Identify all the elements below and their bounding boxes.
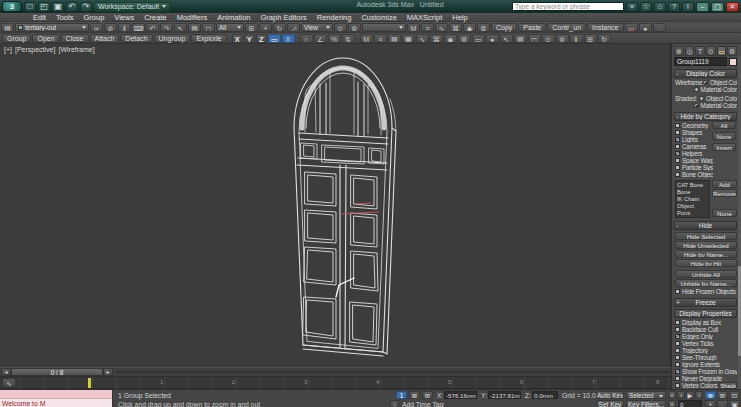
- material-editor-icon[interactable]: ◉: [463, 23, 476, 32]
- curve-editor-icon[interactable]: ∿: [435, 23, 448, 32]
- y-coordinate-field[interactable]: -2137.81m: [488, 391, 521, 399]
- hide-by-hit-button[interactable]: Hide by Hit: [675, 259, 737, 267]
- category-helpers[interactable]: Helpers: [675, 150, 713, 157]
- list-item[interactable]: CAT Bone: [677, 182, 708, 189]
- menu-edit[interactable]: Edit: [28, 13, 51, 22]
- menu-help[interactable]: Help: [447, 13, 472, 22]
- help-icon[interactable]: ?: [668, 2, 680, 12]
- redo-icon[interactable]: ↷: [160, 23, 173, 32]
- category-particle-systems[interactable]: Particle Systems: [675, 164, 713, 171]
- explode-button[interactable]: Explode: [191, 34, 226, 43]
- unhide-all-button[interactable]: Unhide All: [675, 270, 737, 278]
- display-properties-header[interactable]: - Display Properties: [674, 309, 737, 318]
- schematic-view-icon[interactable]: ⌘: [449, 23, 462, 32]
- shaded-material-color-radio[interactable]: [694, 103, 699, 108]
- axis-constraint-xy-toggle[interactable]: ▭: [268, 34, 281, 43]
- rotate-icon[interactable]: ↻: [598, 34, 611, 43]
- category-geometry[interactable]: Geometry: [675, 122, 713, 129]
- paste-button[interactable]: Paste: [518, 23, 546, 32]
- remove-button[interactable]: Remove: [712, 189, 737, 197]
- current-frame-field[interactable]: 0: [678, 400, 702, 407]
- key-filters-button[interactable]: Key Filters...: [626, 400, 666, 407]
- spinner-snap-icon[interactable]: ⇅: [342, 34, 355, 43]
- material-editor-icon[interactable]: ◉: [444, 34, 457, 43]
- select-by-name-icon[interactable]: ▤: [188, 23, 201, 32]
- all-button[interactable]: All: [712, 121, 736, 129]
- rendered-frame-icon[interactable]: ▭: [472, 34, 485, 43]
- selection-lock-toggle[interactable]: 1: [396, 391, 407, 399]
- list-item[interactable]: Point: [677, 210, 708, 217]
- axis-z-toggle[interactable]: Z: [256, 34, 267, 43]
- prop-vertex-colors[interactable]: Vertex Colors Shaded: [675, 382, 737, 389]
- goto-start-icon[interactable]: «: [668, 391, 676, 399]
- select-move-icon[interactable]: +: [259, 23, 272, 32]
- menu-create[interactable]: Create: [139, 13, 172, 22]
- listener-line[interactable]: Welcome to M: [0, 399, 112, 407]
- display-color-header[interactable]: - Display Color: [674, 69, 737, 78]
- object-color-swatch[interactable]: [729, 58, 737, 66]
- snap-toggle-icon[interactable]: ∩: [300, 34, 313, 43]
- menu-views[interactable]: Views: [109, 13, 139, 22]
- none-button[interactable]: None: [712, 132, 736, 140]
- hide-selected-button[interactable]: Hide Selected: [675, 232, 737, 240]
- undo-icon[interactable]: ↶: [146, 23, 159, 32]
- perspective-viewport[interactable]: [+] [Perspective] [Wireframe]: [0, 44, 671, 367]
- invert-button[interactable]: Invert: [712, 143, 736, 151]
- ungroup-button[interactable]: Ungroup: [154, 34, 191, 43]
- mirror-icon[interactable]: M: [360, 34, 373, 43]
- layer-icon[interactable]: ▤: [1, 23, 14, 32]
- home-icon[interactable]: ⌂: [654, 2, 666, 12]
- z-coordinate-field[interactable]: 0.0mm: [532, 391, 558, 399]
- manipulate-icon[interactable]: ⊚: [556, 34, 569, 43]
- lock-icon[interactable]: ⊠: [409, 391, 420, 399]
- tab-utilities[interactable]: ⚙: [727, 46, 737, 56]
- list-item[interactable]: Bone: [677, 189, 708, 196]
- rendered-frame-icon[interactable]: ▭: [625, 23, 638, 32]
- hide-frozen-objects-checkbox[interactable]: Hide Frozen Objects: [675, 288, 737, 295]
- zoom-tool-icon[interactable]: ⊕: [705, 391, 716, 399]
- maxscript-mini-listener[interactable]: Welcome to M: [0, 390, 113, 407]
- animate-selection-combo[interactable]: Selected: [626, 391, 666, 399]
- region-icon[interactable]: ◻: [528, 34, 541, 43]
- tab-create[interactable]: ⊕: [674, 46, 684, 56]
- curve-editor-icon[interactable]: ∿: [416, 34, 429, 43]
- bind-spacewarp-icon[interactable]: ≬: [118, 23, 131, 32]
- prop-edges-only[interactable]: Edges Only: [675, 333, 737, 340]
- list-none-button[interactable]: None: [712, 209, 737, 217]
- hide-header[interactable]: - Hide: [674, 221, 737, 230]
- named-selection-sets-combo[interactable]: [362, 23, 406, 32]
- unhide-by-name-button[interactable]: Unhide by Name...: [675, 279, 737, 287]
- layer-combo[interactable]: tertiary-out: [15, 23, 89, 32]
- select-object-icon[interactable]: ↖: [174, 23, 187, 32]
- prop-never-degrade[interactable]: Never Degrade: [675, 375, 737, 382]
- current-frame-marker[interactable]: [88, 378, 91, 388]
- save-file-icon[interactable]: ▣: [52, 2, 64, 12]
- category-exclusion-list[interactable]: CAT Bone Bone IK Chain Object Point: [675, 180, 710, 218]
- category-bone-objects[interactable]: Bone Objects: [675, 171, 713, 178]
- controller-button[interactable]: Contr_un: [547, 23, 586, 32]
- auto-key-button[interactable]: Auto Key: [596, 391, 624, 399]
- render-setup-icon[interactable]: ⚙: [458, 34, 471, 43]
- render-iterative-icon[interactable]: ◌: [653, 23, 666, 32]
- menu-animation[interactable]: Animation: [212, 13, 255, 22]
- category-shapes[interactable]: Shapes: [675, 129, 713, 136]
- hide-by-category-header[interactable]: - Hide by Category: [674, 112, 737, 121]
- attach-button[interactable]: Attach: [90, 34, 120, 43]
- rectangular-region-icon[interactable]: ◻: [202, 23, 215, 32]
- next-frame-arrow[interactable]: ▸: [103, 368, 113, 376]
- info-center-icon[interactable]: i: [682, 2, 694, 12]
- macro-recorder-line[interactable]: [0, 390, 112, 399]
- bind-icon[interactable]: ≬: [570, 34, 583, 43]
- time-slider-handle[interactable]: 0 / 8: [11, 368, 103, 376]
- add-time-tag[interactable]: Add Time Tag: [402, 401, 443, 407]
- shaded-object-color-radio[interactable]: [699, 96, 704, 101]
- minimize-button[interactable]: –: [696, 2, 709, 12]
- pan-tool-icon[interactable]: +: [705, 400, 716, 407]
- category-lights[interactable]: Lights: [675, 136, 713, 143]
- time-tag-icon[interactable]: ○: [390, 400, 399, 407]
- axis-y-toggle[interactable]: Y: [244, 34, 255, 43]
- hide-by-name-button[interactable]: Hide by Name...: [675, 250, 737, 258]
- workspace-selector[interactable]: Workspace: Default: [94, 2, 170, 12]
- reference-coordinate-combo[interactable]: View: [301, 23, 333, 32]
- shaded-button[interactable]: Shaded: [719, 382, 737, 389]
